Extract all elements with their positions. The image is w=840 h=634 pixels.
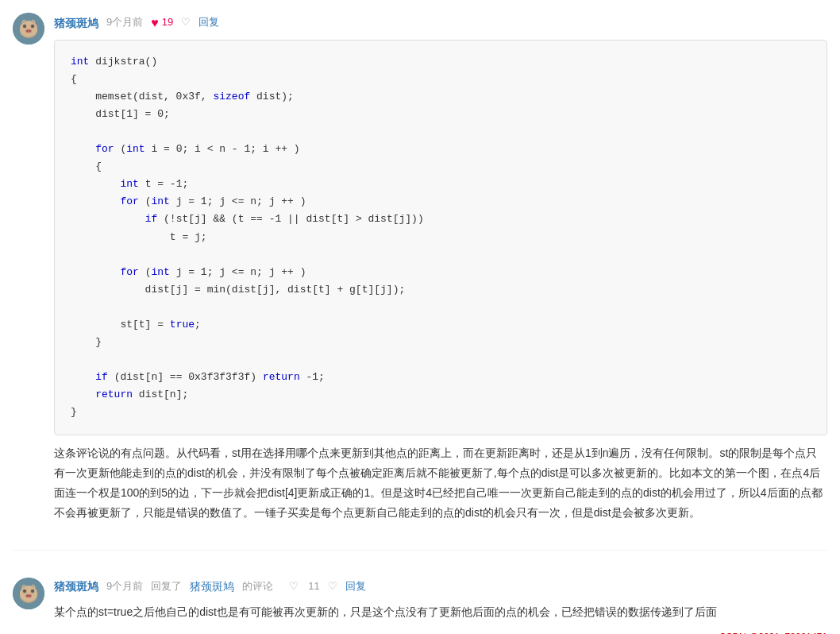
reply-prefix: 回复了 — [151, 578, 182, 595]
keyword-if1: if — [145, 213, 158, 225]
svg-point-18 — [27, 595, 29, 597]
reply-button-1[interactable]: 回复 — [198, 14, 219, 31]
avatar-2 — [13, 578, 44, 609]
keyword-int4: int — [151, 195, 169, 207]
comment-text-2: 某个点的st=true之后他自己的dist也是有可能被再次更新的，只是这个点没有… — [54, 602, 827, 622]
unlike-icon-2: ♡ — [289, 578, 299, 595]
svg-point-6 — [31, 25, 34, 28]
time-1: 9个月前 — [106, 14, 143, 31]
unlike-button-2[interactable]: ♡ — [289, 578, 299, 595]
comment-item-1: 猪颈斑鸠 9个月前 ♥ 19 ♡ 回复 int dijkstra() { mem… — [13, 13, 827, 531]
svg-point-7 — [25, 29, 32, 33]
code-block-1: int dijkstra() { memset(dist, 0x3f, size… — [54, 40, 827, 435]
keyword-true: true — [170, 319, 195, 331]
keyword-sizeof: sizeof — [213, 91, 250, 102]
keyword-int5: int — [151, 266, 169, 278]
like-count-1: 19 — [162, 14, 173, 31]
comment-list: 猪颈斑鸠 9个月前 ♥ 19 ♡ 回复 int dijkstra() { mem… — [13, 13, 827, 634]
comment-header-2: 猪颈斑鸠 9个月前 回复了 猪颈斑鸠 的评论 ♡ 11 ♡ 回复 — [54, 578, 827, 595]
svg-point-16 — [31, 590, 34, 593]
reply-button-2[interactable]: 回复 — [345, 578, 366, 595]
comment-item-2: 猪颈斑鸠 9个月前 回复了 猪颈斑鸠 的评论 ♡ 11 ♡ 回复 某个点的st=… — [13, 578, 827, 634]
comment-text-1: 这条评论说的有点问题。从代码看，st用在选择用哪个点来更新到其他点的距离上，而在… — [54, 443, 827, 524]
keyword-return1: return — [263, 371, 300, 383]
keyword-int2: int — [126, 143, 144, 155]
csdn-watermark: CSDN @2301_78981471 — [54, 630, 827, 634]
dislike-button-2[interactable]: ♡ — [328, 578, 337, 595]
keyword-if2: if — [95, 371, 108, 383]
avatar-1 — [13, 13, 44, 44]
keyword-for2: for — [120, 195, 138, 207]
keyword-int: int — [71, 56, 89, 68]
keyword-for1: for — [95, 143, 114, 155]
keyword-return2: return — [95, 389, 133, 400]
reply-suffix: 的评论 — [242, 578, 273, 595]
comment-content-2: 猪颈斑鸠 9个月前 回复了 猪颈斑鸠 的评论 ♡ 11 ♡ 回复 某个点的st=… — [54, 578, 827, 634]
page-container: 猪颈斑鸠 9个月前 ♥ 19 ♡ 回复 int dijkstra() { mem… — [0, 0, 840, 634]
svg-point-8 — [27, 30, 29, 32]
like-button-1[interactable]: ♥ 19 — [151, 13, 173, 33]
unlike-button-1[interactable]: ♡ — [181, 14, 191, 31]
comment-header-1: 猪颈斑鸠 9个月前 ♥ 19 ♡ 回复 — [54, 13, 827, 33]
username-1[interactable]: 猪颈斑鸠 — [54, 14, 98, 32]
keyword-for3: for — [120, 266, 138, 278]
svg-point-15 — [23, 590, 26, 593]
heart-icon-1: ♥ — [151, 13, 159, 33]
keyword-int3: int — [120, 178, 138, 190]
svg-point-5 — [23, 25, 26, 28]
svg-point-17 — [25, 594, 32, 598]
comment-content-1: 猪颈斑鸠 9个月前 ♥ 19 ♡ 回复 int dijkstra() { mem… — [54, 13, 827, 531]
time-2: 9个月前 — [106, 578, 143, 595]
unlike-icon-1: ♡ — [181, 14, 191, 31]
reply-to-user[interactable]: 猪颈斑鸠 — [190, 578, 234, 595]
like-count-2: 11 — [308, 578, 319, 595]
dislike-icon-2: ♡ — [328, 578, 337, 595]
svg-point-19 — [29, 595, 31, 597]
svg-point-9 — [29, 30, 31, 32]
username-2[interactable]: 猪颈斑鸠 — [54, 578, 98, 595]
divider-1 — [13, 550, 827, 551]
